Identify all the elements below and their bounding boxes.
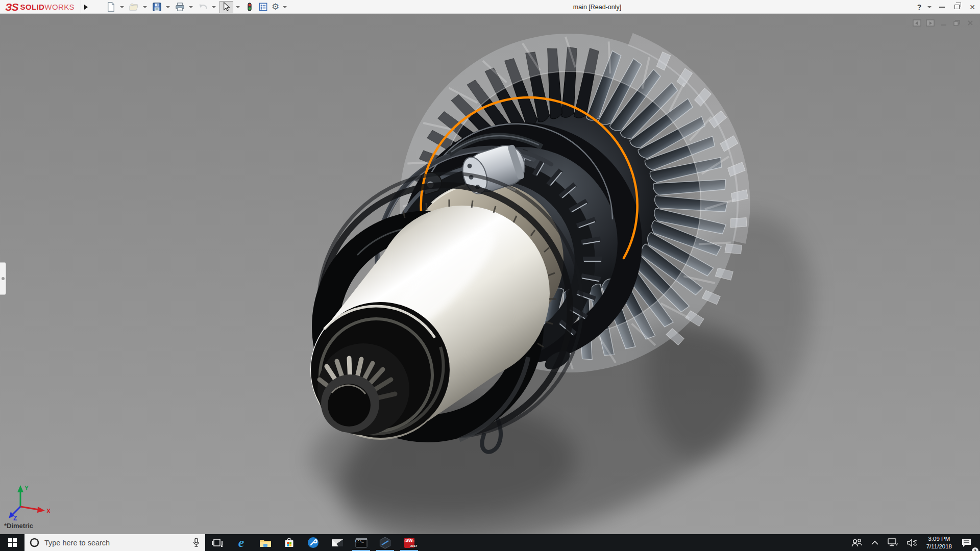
window-controls: ? ✕ xyxy=(912,0,980,14)
show-hidden-icons-button[interactable] xyxy=(867,534,883,551)
view-orientation-label: *Dimetric xyxy=(4,522,33,530)
undo-arrow-icon xyxy=(198,2,208,12)
solidworks-window: ЗS SOLIDWORKS xyxy=(0,0,980,551)
options-dropdown-caret[interactable] xyxy=(283,6,287,8)
wrench-tool-icon xyxy=(307,537,319,548)
gear-icon: ⚙ xyxy=(272,2,279,12)
command-prompt-button[interactable]: C:\_ xyxy=(349,534,373,551)
sw-icon-text: SW xyxy=(405,538,413,543)
cmd-prompt-text: C:\_ xyxy=(355,539,364,543)
open-dropdown-caret[interactable] xyxy=(143,6,147,8)
dassault-logo-icon: ЗS xyxy=(5,1,18,13)
save-dropdown-caret[interactable] xyxy=(166,6,170,8)
app-titlebar: ЗS SOLIDWORKS xyxy=(0,0,980,14)
people-icon xyxy=(851,538,862,547)
edge-icon: e xyxy=(238,536,244,549)
toolbar-flyout-button[interactable] xyxy=(81,0,91,14)
help-icon: ? xyxy=(917,3,922,11)
solidworks-logo: ЗS SOLIDWORKS xyxy=(5,0,75,14)
solidworks-2017-button[interactable]: SW 2017 xyxy=(397,534,421,551)
triad-x-label: X xyxy=(46,508,51,515)
mail-button[interactable] xyxy=(325,534,349,551)
edge-browser-button[interactable]: e xyxy=(229,534,253,551)
minimize-button[interactable] xyxy=(934,0,949,14)
notification-icon xyxy=(961,538,972,547)
doc-minimize-button[interactable] xyxy=(937,18,950,28)
task-view-button[interactable] xyxy=(205,534,229,551)
print-button[interactable] xyxy=(174,1,186,13)
triad-y-label: Y xyxy=(24,485,29,492)
search-placeholder: Type here to search xyxy=(44,539,192,547)
support-tool-button[interactable] xyxy=(301,534,325,551)
graphics-viewport[interactable]: Y X Z *Dimetric xyxy=(0,14,980,535)
document-title: main [Read-only] xyxy=(521,0,674,14)
close-icon: ✕ xyxy=(969,3,975,11)
microphone-icon[interactable] xyxy=(192,538,200,547)
print-icon xyxy=(175,2,185,12)
doc-close-button[interactable] xyxy=(964,18,977,28)
pane-left-button[interactable] xyxy=(911,18,924,28)
new-document-icon xyxy=(106,2,116,12)
hexagon-app-icon xyxy=(379,537,391,549)
reference-triad: Y X Z xyxy=(7,483,53,521)
help-dropdown-caret[interactable] xyxy=(927,0,934,14)
undo-button[interactable] xyxy=(197,1,209,13)
start-button[interactable] xyxy=(0,534,24,551)
system-tray: 3:09 PM 7/11/2018 3 xyxy=(846,534,980,551)
task-view-icon xyxy=(212,538,223,548)
cad-viewer-button[interactable] xyxy=(373,534,397,551)
save-button[interactable] xyxy=(151,1,163,13)
taskbar-clock[interactable]: 3:09 PM 7/11/2018 xyxy=(922,534,957,551)
feature-tree-collapsed-tab[interactable] xyxy=(0,262,6,295)
speaker-icon xyxy=(907,539,917,547)
tab-dot-icon xyxy=(2,277,5,280)
file-properties-icon xyxy=(258,2,268,12)
network-icon xyxy=(888,538,898,547)
undo-dropdown-caret[interactable] xyxy=(212,6,216,8)
people-button[interactable] xyxy=(846,534,867,551)
file-explorer-button[interactable] xyxy=(253,534,277,551)
save-floppy-icon xyxy=(152,2,162,12)
document-window-controls xyxy=(911,18,977,28)
windows-taskbar: Type here to search e xyxy=(0,534,980,551)
print-dropdown-caret[interactable] xyxy=(189,6,193,8)
windows-logo-icon xyxy=(8,538,17,547)
file-properties-button[interactable] xyxy=(257,1,270,13)
quick-access-toolbar: ⚙ xyxy=(105,0,290,14)
chevron-up-icon xyxy=(871,540,878,545)
file-explorer-icon xyxy=(259,538,272,548)
clock-time: 3:09 PM xyxy=(926,535,952,542)
select-dropdown-caret[interactable] xyxy=(236,6,240,8)
new-dropdown-caret[interactable] xyxy=(120,6,124,8)
notification-badge: 3 xyxy=(972,547,978,551)
minimize-icon xyxy=(939,7,945,8)
new-document-button[interactable] xyxy=(105,1,117,13)
select-cursor-icon xyxy=(221,2,232,12)
traffic-light-icon xyxy=(244,2,255,12)
selection-filter-button[interactable] xyxy=(243,1,256,13)
engine-model[interactable] xyxy=(0,14,980,535)
open-folder-icon xyxy=(129,2,139,12)
volume-button[interactable] xyxy=(902,534,922,551)
inner-cone xyxy=(317,343,409,435)
store-icon xyxy=(284,537,295,548)
action-center-button[interactable]: 3 xyxy=(957,534,980,551)
pane-right-button[interactable] xyxy=(924,18,937,28)
triad-z-label: Z xyxy=(13,515,17,521)
restore-icon xyxy=(954,5,960,9)
close-button[interactable]: ✕ xyxy=(965,0,980,14)
open-document-button[interactable] xyxy=(128,1,140,13)
taskbar-search-box[interactable]: Type here to search xyxy=(24,534,205,551)
store-button[interactable] xyxy=(277,534,301,551)
sw-icon-year: 2017 xyxy=(410,544,417,547)
options-button[interactable]: ⚙ xyxy=(271,1,280,13)
help-button[interactable]: ? xyxy=(912,0,927,14)
flyout-arrow-icon xyxy=(84,5,88,10)
doc-restore-button[interactable] xyxy=(950,18,964,28)
restore-button[interactable] xyxy=(949,0,965,14)
clock-date: 7/11/2018 xyxy=(926,543,952,550)
mail-icon xyxy=(331,538,344,547)
cortana-icon xyxy=(30,538,39,547)
select-tool-button[interactable] xyxy=(219,1,233,13)
network-button[interactable] xyxy=(883,534,902,551)
